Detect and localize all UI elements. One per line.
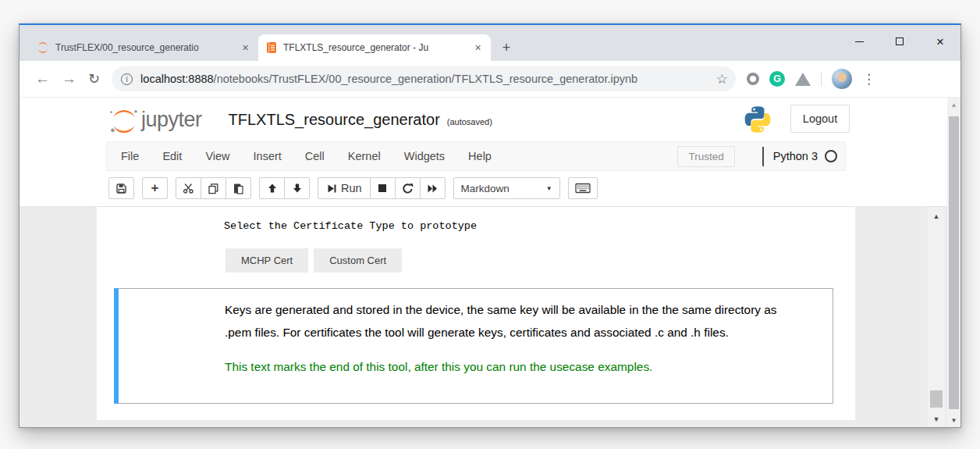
maximize-icon: [896, 37, 904, 45]
notebook-menubar: File Edit View Insert Cell Kernel Widget…: [106, 141, 846, 171]
extension-area: G ⋮: [747, 69, 879, 89]
cut-button[interactable]: [176, 177, 201, 199]
tab-close-icon[interactable]: ×: [471, 41, 485, 55]
logout-button[interactable]: Logout: [790, 105, 850, 133]
menu-view[interactable]: View: [194, 150, 241, 162]
edit-group: [176, 177, 251, 199]
bookmark-star-icon[interactable]: ☆: [716, 71, 728, 87]
maximize-button[interactable]: [879, 25, 920, 58]
trusted-button[interactable]: Trusted: [677, 146, 734, 167]
markdown-rendered: Keys are generated and stored in the dev…: [225, 298, 833, 378]
run-group: Run: [318, 177, 446, 199]
desktop: TrustFLEX/00_resource_generatio × TFLXTL…: [0, 0, 980, 449]
cell-type-dropdown[interactable]: Markdown ▼: [453, 177, 560, 199]
fast-forward-icon: [427, 184, 439, 194]
address-bar[interactable]: i localhost:8888/notebooks/TrustFLEX/00_…: [112, 66, 736, 91]
nav-buttons: ← → ↻: [35, 70, 100, 87]
tab-notebook[interactable]: TFLXTLS_resource_generator - Ju ×: [258, 34, 491, 61]
run-icon: [326, 184, 337, 194]
restart-kernel-button[interactable]: [395, 177, 421, 199]
arrow-down-icon: [292, 183, 303, 194]
drive-offline-icon[interactable]: [795, 73, 811, 86]
browser-scrollbar[interactable]: ▲ ▼: [947, 98, 960, 427]
cell-type-value: Markdown: [461, 183, 510, 194]
run-button[interactable]: Run: [318, 177, 371, 199]
page-info-icon[interactable]: i: [121, 73, 133, 85]
url-host: localhost:8888: [140, 73, 214, 85]
move-cell-down-button[interactable]: [284, 177, 310, 199]
restart-icon: [402, 183, 414, 194]
close-icon: ×: [936, 35, 944, 48]
scroll-up-icon[interactable]: ▲: [947, 102, 960, 109]
jupyter-logo-icon[interactable]: [108, 108, 140, 134]
back-icon[interactable]: ←: [35, 70, 50, 87]
menu-help[interactable]: Help: [456, 150, 503, 162]
tab-close-icon[interactable]: ×: [239, 41, 252, 55]
menu-kernel[interactable]: Kernel: [336, 150, 392, 162]
kernel-name: Python 3: [773, 150, 818, 162]
menu-cell[interactable]: Cell: [293, 150, 336, 162]
window-controls: ×: [839, 25, 960, 58]
extension-ring-icon[interactable]: [747, 73, 759, 85]
custom-cert-button[interactable]: Custom Cert: [314, 248, 402, 273]
reload-icon[interactable]: ↻: [88, 70, 100, 87]
notebook-scrollbar[interactable]: ▲ ▼: [928, 207, 945, 427]
browser-menu-icon[interactable]: ⋮: [862, 71, 875, 87]
forward-icon[interactable]: →: [62, 70, 76, 87]
interrupt-kernel-button[interactable]: [370, 177, 396, 199]
brand-row: jupyter TFLXTLS_resource_generator (auto…: [20, 98, 947, 141]
autosave-status: (autosaved): [447, 117, 492, 127]
chevron-down-icon: ▼: [546, 185, 552, 192]
notebook-scrollbar-thumb[interactable]: [930, 390, 943, 408]
url-path: /notebooks/TrustFLEX/00_resource_generat…: [214, 73, 638, 85]
markdown-cell-selected[interactable]: Keys are generated and stored in the dev…: [114, 288, 833, 404]
page-viewport: jupyter TFLXTLS_resource_generator (auto…: [20, 98, 960, 427]
cut-icon: [183, 183, 194, 194]
widget-button-row: MCHP Cert Custom Cert: [225, 248, 855, 273]
close-button[interactable]: ×: [920, 25, 960, 58]
markdown-green-note: This text marks the end of this tool, af…: [225, 355, 801, 378]
profile-avatar[interactable]: [832, 69, 852, 89]
grammarly-icon[interactable]: G: [769, 71, 785, 87]
jupyter-brand[interactable]: jupyter: [141, 108, 202, 132]
scroll-down-icon[interactable]: ▼: [928, 415, 945, 423]
cell-output-text: Select the Certificate Type to prototype: [224, 220, 855, 232]
menu-widgets[interactable]: Widgets: [392, 150, 456, 162]
paste-button[interactable]: [225, 177, 251, 199]
notebook-site: Select the Certificate Type to prototype…: [20, 207, 947, 427]
add-cell-button[interactable]: +: [142, 177, 168, 199]
tab-trustflex[interactable]: TrustFLEX/00_resource_generatio ×: [29, 34, 258, 61]
mchp-cert-button[interactable]: MCHP Cert: [225, 248, 308, 273]
markdown-paragraph: Keys are generated and stored in the dev…: [225, 298, 801, 344]
move-cell-up-button[interactable]: [259, 177, 285, 199]
menu-file[interactable]: File: [109, 150, 151, 162]
scroll-down-icon[interactable]: ▼: [947, 417, 960, 424]
url-text: localhost:8888/notebooks/TrustFLEX/00_re…: [140, 73, 712, 85]
menu-insert[interactable]: Insert: [242, 150, 293, 162]
save-button[interactable]: [108, 177, 134, 199]
command-palette-button[interactable]: [568, 177, 598, 199]
browser-navbar: ← → ↻ i localhost:8888/notebooks/TrustFL…: [20, 61, 960, 98]
copy-button[interactable]: [201, 177, 226, 199]
save-icon: [115, 183, 127, 194]
jupyter-header: jupyter TFLXTLS_resource_generator (auto…: [20, 98, 947, 207]
notebook-container: Select the Certificate Type to prototype…: [97, 207, 855, 420]
tab-title: TFLXTLS_resource_generator - Ju: [283, 42, 468, 53]
notebook-toolbar: +: [20, 171, 947, 205]
toolbar-divider: [821, 71, 822, 87]
kernel-idle-icon: [825, 150, 837, 162]
selected-cell-indicator: [114, 288, 119, 404]
browser-scrollbar-thumb[interactable]: [949, 116, 959, 409]
minimize-button[interactable]: [839, 25, 879, 58]
browser-titlebar: TrustFLEX/00_resource_generatio × TFLXTL…: [20, 25, 960, 61]
scroll-up-icon[interactable]: ▲: [928, 212, 945, 220]
kernel-status-area: Trusted Python 3: [677, 146, 840, 167]
notebook-title[interactable]: TFLXTLS_resource_generator: [229, 111, 440, 129]
tab-title: TrustFLEX/00_resource_generatio: [55, 42, 236, 53]
arrow-up-icon: [267, 183, 278, 194]
new-tab-button[interactable]: +: [495, 37, 517, 59]
restart-run-all-button[interactable]: [420, 177, 446, 199]
menu-edit[interactable]: Edit: [151, 150, 194, 162]
stop-icon: [378, 184, 387, 193]
keyboard-icon: [575, 183, 591, 194]
